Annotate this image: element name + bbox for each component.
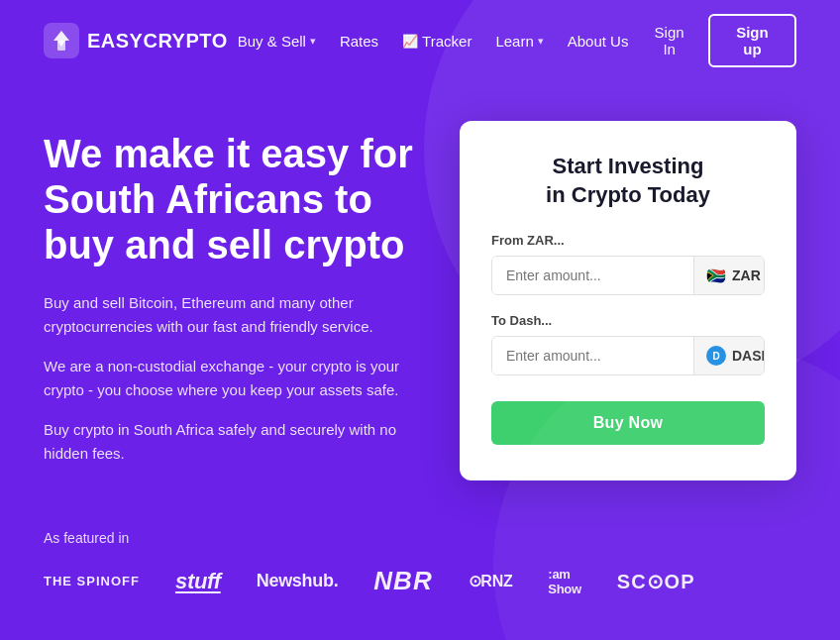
to-field-row: D DASH ▾ bbox=[491, 336, 765, 375]
from-currency-label: ZAR bbox=[732, 267, 761, 283]
to-currency-button[interactable]: D DASH ▾ bbox=[693, 337, 765, 374]
sign-in-button[interactable]: Sign In bbox=[638, 18, 699, 63]
to-amount-input[interactable] bbox=[492, 337, 693, 374]
chevron-down-icon: ▾ bbox=[310, 35, 316, 48]
featured-label: As featured in bbox=[44, 530, 796, 546]
stuff-brand: stuff bbox=[175, 569, 221, 594]
from-field-group: From ZAR... 🇿🇦 ZAR ▾ bbox=[491, 233, 765, 295]
from-field-row: 🇿🇦 ZAR ▾ bbox=[491, 256, 765, 295]
to-field-group: To Dash... D DASH ▾ bbox=[491, 313, 765, 375]
hero-section: We make it easy for South Africans to bu… bbox=[0, 81, 840, 500]
logo-text: EASYCRYPTO bbox=[87, 30, 228, 53]
nav-links: Buy & Sell ▾ Rates 📈 Tracker Learn ▾ Abo… bbox=[228, 27, 639, 55]
hero-title: We make it easy for South Africans to bu… bbox=[44, 131, 430, 267]
featured-section: As featured in THE SPINOFF stuff Newshub… bbox=[0, 500, 840, 636]
newshub-brand: Newshub. bbox=[257, 571, 339, 591]
nav-auth: Sign In Sign up bbox=[638, 14, 796, 67]
sign-up-button[interactable]: Sign up bbox=[708, 14, 796, 67]
nav-tracker[interactable]: 📈 Tracker bbox=[392, 27, 481, 55]
hero-desc-2: We are a non-custodial exchange - your c… bbox=[44, 355, 430, 402]
nav-about[interactable]: About Us bbox=[558, 27, 639, 55]
hero-desc-3: Buy crypto in South Africa safely and se… bbox=[44, 418, 430, 466]
logo[interactable]: EASYCRYPTO bbox=[44, 23, 228, 58]
zar-flag: 🇿🇦 bbox=[706, 266, 726, 285]
spinoff-brand: THE SPINOFF bbox=[44, 574, 140, 588]
tracker-icon: 📈 bbox=[402, 34, 418, 49]
nav-buy-sell[interactable]: Buy & Sell ▾ bbox=[228, 27, 326, 55]
hero-desc-1: Buy and sell Bitcoin, Ethereum and many … bbox=[44, 291, 430, 339]
to-label: To Dash... bbox=[491, 313, 765, 328]
chevron-down-icon: ▾ bbox=[538, 35, 544, 48]
hero-content: We make it easy for South Africans to bu… bbox=[44, 121, 430, 466]
nav-learn[interactable]: Learn ▾ bbox=[485, 27, 553, 55]
crypto-widget: Start Investing in Crypto Today From ZAR… bbox=[460, 121, 796, 480]
rnz-brand: ⊙RNZ bbox=[469, 572, 513, 590]
from-amount-input[interactable] bbox=[492, 257, 693, 294]
nbr-brand: NBR bbox=[373, 566, 432, 596]
svg-rect-1 bbox=[57, 41, 65, 51]
nav-rates[interactable]: Rates bbox=[330, 27, 388, 55]
buy-now-button[interactable]: Buy Now bbox=[491, 401, 765, 445]
widget-title: Start Investing in Crypto Today bbox=[491, 153, 765, 209]
to-currency-label: DASH bbox=[732, 348, 765, 364]
scoop-brand: SC⊙OP bbox=[617, 570, 695, 593]
from-label: From ZAR... bbox=[491, 233, 765, 248]
from-currency-button[interactable]: 🇿🇦 ZAR ▾ bbox=[693, 257, 765, 294]
brands-row: THE SPINOFF stuff Newshub. NBR ⊙RNZ :amS… bbox=[44, 566, 796, 596]
dash-icon: D bbox=[706, 346, 726, 366]
am-brand: :amShow bbox=[548, 567, 580, 596]
navigation: EASYCRYPTO Buy & Sell ▾ Rates 📈 Tracker … bbox=[0, 0, 840, 81]
